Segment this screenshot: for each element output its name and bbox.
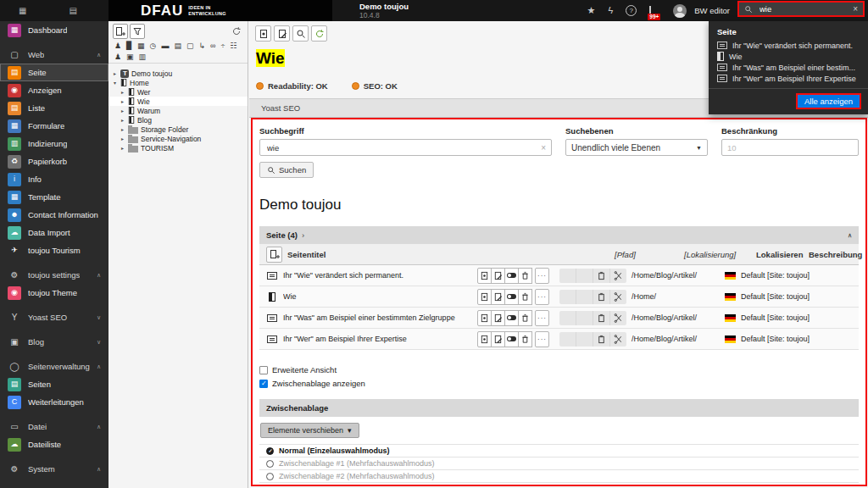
record-title[interactable]: Ihr "Wie" verändert sich permanent. [283, 271, 472, 280]
tree-node[interactable]: ▸ TOURISM [108, 143, 248, 152]
delete-record-button[interactable] [518, 331, 532, 347]
global-search-box[interactable]: × [737, 1, 865, 17]
search-result-item[interactable]: Ihr "Was" am Beispiel einer bestim... [709, 62, 868, 73]
tree-node[interactable]: ▸ Service-Navigation [108, 134, 248, 143]
page-type-drag-icon[interactable]: ☷ [230, 42, 236, 50]
show-all-button[interactable]: Alle anzeigen [796, 93, 861, 109]
limit-input[interactable]: 10 [727, 143, 737, 152]
hide-record-button[interactable] [504, 310, 519, 326]
new-record-button[interactable] [266, 247, 282, 263]
sidebar-item[interactable]: ▦ Template [0, 188, 108, 206]
more-options-button[interactable] [535, 310, 549, 326]
sidebar-item[interactable]: ◉ Anzeigen [0, 81, 108, 99]
record-title[interactable]: Wie [283, 292, 472, 301]
delete-record-button[interactable] [518, 268, 532, 284]
expander-icon[interactable]: ▸ [120, 126, 125, 132]
refresh-tree-icon[interactable] [230, 25, 243, 38]
sidebar-item[interactable]: ▣ Blog ∨ [0, 333, 108, 351]
expander-icon[interactable]: ▸ [120, 98, 125, 104]
page-type-drag-icon[interactable]: ▥ [139, 53, 147, 61]
record-title[interactable]: Ihr "Wer" am Beispiel Ihrer Expertise [283, 335, 472, 343]
cut-record-button[interactable] [610, 290, 626, 304]
search-records-button[interactable] [292, 25, 309, 42]
sidebar-item[interactable]: ☻ Contact Information [0, 206, 108, 224]
open-documents-icon[interactable]: 99+ [649, 7, 660, 15]
view-record-button[interactable] [477, 310, 492, 326]
sidebar-item[interactable]: ▥ Indizierung [0, 135, 108, 152]
page-type-drag-icon[interactable]: ▣ [126, 53, 134, 61]
page-type-drag-icon[interactable]: ♟ [114, 42, 121, 50]
sidebar-item[interactable]: ◉ toujou Theme [0, 284, 108, 302]
page-type-drag-icon[interactable]: ◷ [150, 42, 157, 50]
page-type-drag-icon[interactable]: ▬ [161, 42, 169, 50]
hide-record-button[interactable] [504, 331, 519, 347]
sidebar-item[interactable]: ☁ Dateiliste [0, 435, 108, 453]
tree-node[interactable]: ▸ Wie [108, 97, 248, 106]
view-webpage-button[interactable] [255, 25, 271, 42]
sidebar-item[interactable]: ▤ Seiten [0, 375, 108, 393]
tree-node[interactable]: ▸ Blog [108, 115, 248, 125]
expander-icon[interactable]: ▸ [120, 145, 125, 151]
show-clipboard-checkbox[interactable] [259, 380, 268, 388]
edit-page-button[interactable] [274, 25, 290, 42]
bookmark-star-icon[interactable]: ★ [587, 6, 596, 15]
edit-record-button[interactable] [491, 331, 505, 347]
expanded-view-checkbox[interactable] [259, 366, 268, 374]
radio-icon[interactable] [266, 485, 274, 487]
copy-record-button[interactable] [593, 269, 610, 283]
sidebar-item[interactable]: i Info [0, 170, 108, 188]
copy-record-button[interactable] [593, 290, 610, 304]
page-type-drag-icon[interactable]: ♟ [114, 53, 121, 61]
expander-icon[interactable]: ▸ [112, 70, 118, 76]
tree-node[interactable]: ▾ Home [108, 78, 248, 87]
expander-icon[interactable]: ▸ [120, 136, 125, 141]
page-type-drag-icon[interactable]: ∞ [210, 42, 215, 50]
page-type-drag-icon[interactable]: ▢ [186, 42, 194, 50]
sidebar-item[interactable]: ▦ Formulare [0, 117, 108, 135]
clipboard-mode-row[interactable]: Zwischenablage #1 (Mehrfachauswahlmodus) [259, 457, 859, 469]
tree-node[interactable]: ▸ Warum [108, 106, 248, 115]
edit-record-button[interactable] [491, 310, 505, 326]
more-options-button[interactable] [535, 289, 549, 305]
search-clear-icon[interactable]: × [853, 4, 858, 14]
results-group-header[interactable]: Seite (4) › ∧ [259, 226, 859, 244]
clipboard-mode-row[interactable]: Zwischenablage #2 (Mehrfachauswahlmodus) [259, 469, 859, 482]
record-title[interactable]: Ihr "Was" am Beispiel einer bestimmten Z… [283, 313, 472, 322]
user-name[interactable]: BW editor [694, 6, 730, 15]
sidebar-item[interactable]: C Weiterleitungen [0, 393, 108, 411]
expander-icon[interactable]: ▸ [120, 89, 125, 95]
edit-record-button[interactable] [491, 289, 505, 305]
sidebar-item[interactable]: ◯ Seitenverwaltung ∧ [0, 358, 108, 375]
search-term-input[interactable] [265, 142, 541, 153]
page-type-drag-icon[interactable]: ↳ [198, 42, 205, 50]
collapse-icon[interactable]: ∧ [848, 232, 852, 239]
tree-node[interactable]: ▸ Demo toujou [108, 69, 248, 78]
sidebar-item[interactable]: ▤ Seite [0, 64, 108, 81]
search-submit-button[interactable]: Suchen [259, 162, 314, 178]
expander-icon[interactable]: ▾ [112, 80, 118, 86]
move-elements-button[interactable]: Elemente verschieben ▾ [260, 423, 359, 438]
cut-record-button[interactable] [610, 332, 626, 347]
clear-cache-bolt-icon[interactable]: ϟ [608, 6, 613, 15]
view-record-button[interactable] [477, 331, 492, 347]
sidebar-item[interactable]: ✈ toujou Tourism [0, 241, 108, 259]
sidebar-item[interactable]: ☁ Data Import [0, 224, 108, 241]
page-type-drag-icon[interactable]: ▤ [174, 42, 181, 50]
hide-record-button[interactable] [504, 268, 519, 284]
page-type-drag-icon[interactable]: ▦ [137, 42, 145, 50]
sidebar-item[interactable]: ▭ Datei ∧ [0, 418, 108, 435]
delete-record-button[interactable] [518, 289, 532, 305]
sidebar-item[interactable]: ♻ Papierkorb [0, 152, 108, 170]
more-options-button[interactable] [535, 268, 549, 284]
sidebar-item[interactable]: ⚙ toujou settings ∧ [0, 266, 108, 284]
clipboard-mode-row[interactable]: Normal (Einzelauswahlmodus) [259, 444, 859, 457]
edit-record-button[interactable] [491, 268, 505, 284]
sidebar-item[interactable]: ⚙ System ∧ [0, 460, 108, 478]
show-clipboard-option[interactable]: Zwischenablage anzeigen [259, 379, 859, 388]
tree-node[interactable]: ▸ Storage Folder [108, 125, 248, 134]
view-record-button[interactable] [477, 268, 492, 284]
sidebar-item[interactable]: Y Yoast SEO ∨ [0, 308, 108, 326]
page-type-drag-icon[interactable]: ÷ [220, 42, 225, 50]
copy-record-button[interactable] [593, 311, 610, 325]
radio-icon[interactable] [266, 460, 274, 468]
